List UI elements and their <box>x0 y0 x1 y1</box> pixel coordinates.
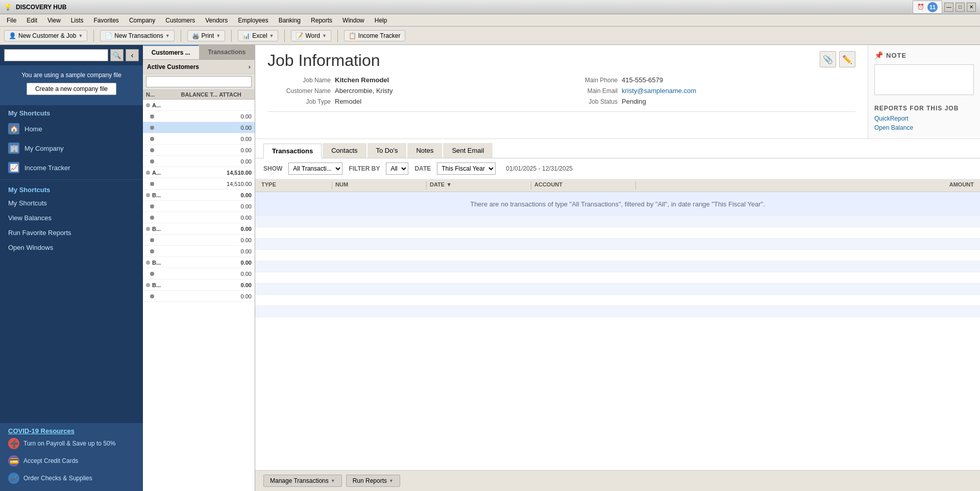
cust-row-a2-sub1[interactable]: 14,510.00 <box>143 178 255 190</box>
job-name-row: Job Name Kitchen Remodel <box>280 76 556 84</box>
open-balance-link[interactable]: Open Balance <box>874 123 974 132</box>
cust-dot <box>150 114 154 119</box>
cust-row-a1-sub1[interactable]: 0.00 <box>143 111 255 122</box>
covid-credit-cards-item[interactable]: 💳 Accept Credit Cards <box>8 452 135 470</box>
cust-row-b1-sub1[interactable]: 0.00 <box>143 201 255 212</box>
print-btn[interactable]: 🖨️ Print ▼ <box>187 30 226 41</box>
manage-transactions-arrow[interactable]: ▼ <box>331 478 335 483</box>
print-icon: 🖨️ <box>192 32 200 39</box>
cust-row-a1-sub4[interactable]: 0.00 <box>143 145 255 156</box>
run-reports-btn[interactable]: Run Reports ▼ <box>346 475 400 487</box>
search-button[interactable]: 🔍 <box>110 49 124 61</box>
new-customer-arrow[interactable]: ▼ <box>78 33 83 38</box>
sidebar-item-view-balances[interactable]: View Balances <box>0 211 143 225</box>
menu-edit[interactable]: Edit <box>22 15 42 26</box>
word-arrow[interactable]: ▼ <box>322 33 327 38</box>
quickreport-link[interactable]: QuickReport <box>874 114 974 123</box>
table-row <box>255 227 980 239</box>
menu-help[interactable]: Help <box>370 15 392 26</box>
tab-todos[interactable]: To Do's <box>368 143 407 158</box>
attach-btn[interactable]: 📎 <box>820 51 836 67</box>
back-button[interactable]: ‹ <box>126 49 139 61</box>
col-header-attach: ATTACH <box>217 91 243 98</box>
title-bar: 💡 DISCOVERY HUB ⏰ 11 — □ ✕ <box>0 0 980 14</box>
customer-search-input[interactable] <box>146 76 252 87</box>
menu-reports[interactable]: Reports <box>306 15 337 26</box>
minimize-btn[interactable]: — <box>944 3 953 12</box>
cust-row-a2[interactable]: A... 14,510.00 <box>143 167 255 178</box>
sidebar-item-home[interactable]: 🏠 Home <box>0 119 143 138</box>
note-input[interactable] <box>874 64 974 95</box>
tab-transactions[interactable]: Transactions <box>199 45 255 59</box>
expand-icon[interactable]: › <box>249 63 251 71</box>
cust-row-b3-sub1[interactable]: 0.00 <box>143 268 255 279</box>
covid-payroll-item[interactable]: ➕ Turn on Payroll & Save up to 50% <box>8 435 135 452</box>
cust-row-a1-sub2[interactable]: 0.00 <box>143 122 255 133</box>
income-tracker-btn[interactable]: 📋 Income Tracker <box>344 30 405 41</box>
sidebar-item-income-tracker[interactable]: 📈 Income Tracker <box>0 158 143 177</box>
col-div4 <box>635 181 636 190</box>
word-btn[interactable]: 📝 Word ▼ <box>291 30 331 41</box>
menu-file[interactable]: File <box>2 15 21 26</box>
tab-transactions[interactable]: Transactions <box>263 144 322 158</box>
menu-view[interactable]: View <box>43 15 65 26</box>
th-date[interactable]: DATE ▼ <box>428 181 530 190</box>
sidebar-item-my-shortcuts[interactable]: My Shortcuts <box>0 196 143 211</box>
covid-link[interactable]: COVID-19 Resources <box>8 427 135 435</box>
show-select[interactable]: All Transacti... <box>288 162 342 175</box>
close-btn[interactable]: ✕ <box>967 3 976 12</box>
col-header-balance: BALANCE T... <box>177 91 217 98</box>
tab-contacts[interactable]: Contacts <box>323 143 366 158</box>
view-balances-label: View Balances <box>8 214 52 222</box>
edit-btn[interactable]: ✏️ <box>839 51 855 67</box>
cust-dot <box>146 103 150 107</box>
menu-banking[interactable]: Banking <box>274 15 305 26</box>
excel-btn[interactable]: 📊 Excel ▼ <box>238 30 278 41</box>
new-transactions-btn[interactable]: 📄 New Transactions ▼ <box>100 30 174 41</box>
main-email-value[interactable]: kristy@samplename.com <box>622 87 696 95</box>
tab-sent-email[interactable]: Sent Email <box>443 143 493 158</box>
cust-row-b2-sub2[interactable]: 0.00 <box>143 246 255 257</box>
table-body: There are no transactions of type "All T… <box>255 192 980 345</box>
cust-row-b1[interactable]: B... 0.00 <box>143 190 255 201</box>
customer-list: A... 0.00 0.00 0.00 0.00 <box>143 100 255 491</box>
cust-row-a1-sub3[interactable]: 0.00 <box>143 133 255 145</box>
print-arrow[interactable]: ▼ <box>216 33 220 38</box>
menu-window[interactable]: Window <box>338 15 369 26</box>
search-input[interactable] <box>4 49 108 61</box>
filter-by-select[interactable]: All <box>386 162 408 175</box>
new-transactions-arrow[interactable]: ▼ <box>165 33 170 38</box>
run-reports-arrow[interactable]: ▼ <box>389 478 394 483</box>
cust-row-b1-sub2[interactable]: 0.00 <box>143 212 255 223</box>
menu-company[interactable]: Company <box>125 15 160 26</box>
menu-customers[interactable]: Customers <box>161 15 200 26</box>
cust-row-b4[interactable]: B... 0.00 <box>143 279 255 291</box>
payroll-icon: ➕ <box>8 438 19 449</box>
cust-row-b4-sub1[interactable]: 0.00 <box>143 291 255 302</box>
covid-checks-item[interactable]: ✔️ Order Checks & Supplies <box>8 470 135 487</box>
cust-row-a1-sub5[interactable]: 0.00 <box>143 156 255 167</box>
maximize-btn[interactable]: □ <box>955 3 965 12</box>
table-row <box>255 295 980 306</box>
sidebar-item-open-windows[interactable]: Open Windows <box>0 240 143 255</box>
excel-arrow[interactable]: ▼ <box>270 33 274 38</box>
cust-row-b2-sub1[interactable]: 0.00 <box>143 235 255 246</box>
menu-favorites[interactable]: Favorites <box>89 15 124 26</box>
cust-row-a1[interactable]: A... <box>143 100 255 111</box>
cust-dot <box>150 204 154 208</box>
tab-customers[interactable]: Customers ... <box>143 45 199 59</box>
tab-notes[interactable]: Notes <box>407 143 442 158</box>
sidebar-item-run-favorite-reports[interactable]: Run Favorite Reports <box>0 225 143 240</box>
show-label: SHOW <box>263 165 282 172</box>
create-company-btn[interactable]: Create a new company file <box>27 83 116 95</box>
menu-lists[interactable]: Lists <box>66 15 88 26</box>
menu-employees[interactable]: Employees <box>233 15 273 26</box>
cust-row-b2[interactable]: B... 0.00 <box>143 223 255 235</box>
cust-row-b3[interactable]: B... 0.00 <box>143 257 255 268</box>
date-select[interactable]: This Fiscal Year <box>437 162 496 175</box>
manage-transactions-btn[interactable]: Manage Transactions ▼ <box>263 475 342 487</box>
notification-badge[interactable]: 11 <box>927 2 938 12</box>
sidebar-item-my-company[interactable]: 🏢 My Company <box>0 138 143 158</box>
menu-vendors[interactable]: Vendors <box>201 15 232 26</box>
new-customer-job-btn[interactable]: 👤 New Customer & Job ▼ <box>4 30 87 41</box>
